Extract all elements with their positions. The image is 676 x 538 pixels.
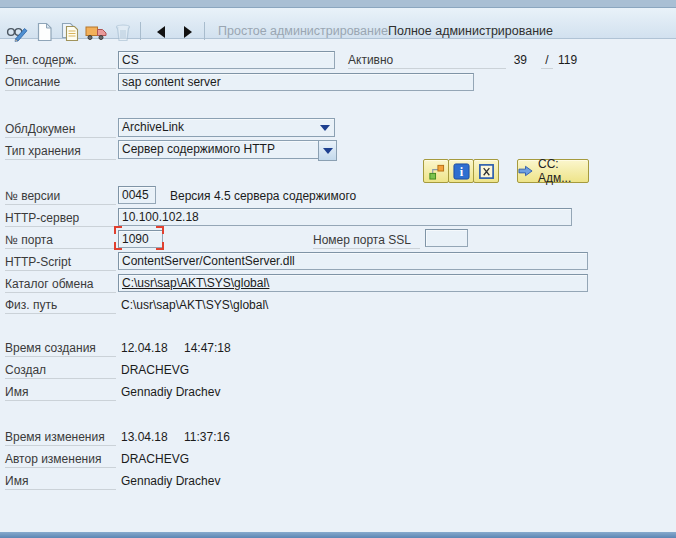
- changed-date: 13.04.18: [121, 429, 168, 445]
- active-count: 39: [505, 52, 527, 68]
- cs-admin-button[interactable]: CC: Адм...: [517, 159, 589, 183]
- document-area-label: ОблДокумен: [5, 121, 116, 138]
- http-script-label: HTTP-Script: [5, 254, 116, 271]
- application-toolbar: Простое администрирование Полное админис…: [0, 8, 676, 39]
- window-x-icon: [478, 163, 495, 180]
- storage-type-select[interactable]: Сервер содержимого HTTP: [118, 140, 319, 159]
- glasses-pencil-icon: [6, 22, 29, 42]
- physical-path-value: C:\usr\sap\AKT\SYS\global\: [121, 297, 268, 313]
- cs-admin-button-label: CC: Адм...: [538, 157, 588, 185]
- copy-button[interactable]: [58, 20, 82, 44]
- simple-administration-button[interactable]: Простое администрирование: [212, 21, 394, 41]
- toolbar-separator: [204, 22, 205, 40]
- arrow-right-icon: [184, 26, 192, 38]
- active-total: 119: [558, 52, 577, 68]
- forward-button[interactable]: [176, 20, 200, 44]
- created-name-label: Имя: [5, 384, 116, 401]
- changed-by-value: DRACHEVG: [121, 451, 189, 467]
- document-area-value: ArchiveLink: [122, 120, 184, 134]
- relationships-icon: [428, 163, 445, 180]
- exchange-directory-label: Каталог обмена: [5, 276, 116, 293]
- window-top-strip: [0, 0, 676, 8]
- created-date: 12.04.18: [121, 340, 168, 356]
- chevron-down-icon: [323, 148, 333, 154]
- trash-icon: [115, 23, 131, 42]
- http-script-input[interactable]: ContentServer/ContentServer.dll: [118, 252, 588, 270]
- created-time: 14:47:18: [184, 340, 231, 356]
- create-button[interactable]: [32, 20, 56, 44]
- copy-icon: [60, 22, 80, 42]
- toolbar-separator: [140, 22, 141, 40]
- changed-time: 11:37:16: [184, 429, 230, 445]
- relationships-button[interactable]: [423, 159, 449, 183]
- content-repository-input[interactable]: CS: [118, 51, 335, 69]
- content-repository-label: Реп. содерж.: [5, 52, 116, 69]
- arrow-left-icon: [157, 26, 165, 38]
- active-label: Активно: [348, 52, 506, 69]
- active-separator: /: [541, 52, 553, 69]
- version-note: Версия 4.5 сервера содержимого: [170, 188, 356, 204]
- port-label: № порта: [5, 232, 116, 249]
- storage-type-dropdown-button[interactable]: [318, 140, 337, 161]
- ssl-port-input[interactable]: [425, 229, 468, 247]
- changed-by-label: Автор изменения: [5, 451, 116, 468]
- back-button[interactable]: [149, 20, 173, 44]
- transport-button[interactable]: [84, 20, 108, 44]
- changed-name-label: Имя: [5, 473, 116, 490]
- version-input[interactable]: 0045: [118, 186, 156, 204]
- new-document-icon: [36, 22, 53, 42]
- sap-window: Простое администрирование Полное админис…: [0, 0, 676, 538]
- port-input[interactable]: 1090: [118, 230, 163, 248]
- display-change-button[interactable]: [5, 20, 29, 44]
- physical-path-label: Физ. путь: [5, 297, 116, 314]
- version-label: № версии: [5, 188, 116, 205]
- description-label: Описание: [5, 74, 116, 91]
- window-bottom-bar: [0, 532, 676, 538]
- created-by-value: DRACHEVG: [121, 362, 189, 378]
- chevron-down-icon: [320, 125, 330, 131]
- changed-name-value: Gennadiy Drachev: [121, 473, 220, 489]
- info-icon: i: [453, 163, 470, 180]
- document-area-select[interactable]: ArchiveLink: [118, 118, 335, 137]
- description-input[interactable]: sap content server: [118, 73, 474, 91]
- created-by-label: Создал: [5, 362, 116, 379]
- exchange-directory-input[interactable]: C:\usr\sap\AKT\SYS\global\: [118, 274, 588, 292]
- http-server-label: HTTP-сервер: [5, 210, 116, 227]
- ssl-port-label: Номер порта SSL: [313, 232, 420, 249]
- created-name-value: Gennadiy Drachev: [121, 384, 220, 400]
- info-button[interactable]: i: [448, 159, 474, 183]
- svg-text:i: i: [459, 165, 463, 179]
- delete-button[interactable]: [111, 20, 135, 44]
- changed-time-label: Время изменения: [5, 429, 116, 446]
- http-server-input[interactable]: 10.100.102.18: [118, 208, 572, 226]
- arrow-right-icon: [518, 165, 533, 177]
- full-administration-button[interactable]: Полное администрирование: [382, 21, 559, 41]
- storage-type-label: Тип хранения: [5, 143, 116, 160]
- created-time-label: Время создания: [5, 340, 116, 357]
- transport-truck-icon: [85, 24, 107, 41]
- storage-type-value: Сервер содержимого HTTP: [122, 142, 275, 156]
- certificate-button[interactable]: [473, 159, 499, 183]
